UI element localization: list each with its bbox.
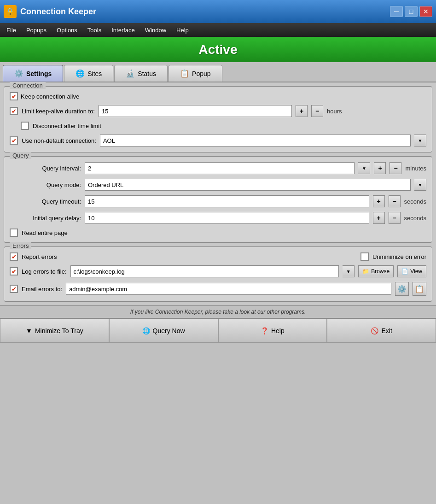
log-errors-label: Log errors to file: — [22, 268, 67, 275]
status-tab-icon: 🔬 — [126, 69, 135, 78]
menu-file[interactable]: File — [2, 25, 21, 35]
status-tab-label: Status — [138, 70, 156, 77]
exit-label: Exit — [381, 327, 392, 334]
tab-status[interactable]: 🔬 Status — [114, 65, 168, 82]
tabs: ⚙️ Settings 🌐 Sites 🔬 Status 📋 Popup — [0, 62, 436, 82]
limit-checkbox[interactable] — [10, 107, 18, 115]
query-timeout-label: Query timeout: — [10, 198, 81, 205]
query-interval-unit: minutes — [405, 165, 426, 172]
query-mode-dropdown-arrow[interactable]: ▼ — [414, 179, 426, 191]
query-interval-input[interactable] — [85, 162, 355, 174]
email-template-icon: 📋 — [415, 285, 424, 293]
log-errors-row: Log errors to file: ▼ 📁 Browse 📄 View — [10, 265, 426, 277]
read-page-label: Read entire page — [22, 229, 68, 236]
errors-group-title: Errors — [10, 242, 31, 249]
minimize-tray-button[interactable]: ▼ Minimize To Tray — [0, 319, 109, 343]
query-interval-row: Query interval: ▼ + − minutes — [10, 162, 426, 174]
email-template-button[interactable]: 📋 — [413, 282, 426, 296]
query-delay-minus-button[interactable]: − — [389, 212, 401, 224]
query-timeout-input[interactable] — [85, 195, 369, 207]
app-icon: 🔒 — [4, 5, 17, 18]
disconnect-label: Disconnect after time limit — [33, 123, 101, 129]
non-default-input[interactable] — [100, 135, 411, 147]
title-bar-controls: ─ □ ✕ — [390, 6, 432, 17]
footer-buttons: ▼ Minimize To Tray 🌐 Query Now ❓ Help 🚫 … — [0, 318, 436, 343]
email-settings-button[interactable]: ⚙️ — [395, 282, 409, 296]
close-button[interactable]: ✕ — [419, 6, 432, 17]
query-now-button[interactable]: 🌐 Query Now — [109, 319, 218, 343]
disconnect-checkbox[interactable] — [21, 122, 29, 130]
query-group-title: Query — [10, 152, 31, 159]
log-errors-checkbox[interactable] — [10, 267, 18, 275]
query-interval-minus-button[interactable]: − — [389, 162, 401, 174]
email-errors-label: Email errors to: — [22, 286, 62, 293]
non-default-row: Use non-default connection: ▼ — [10, 135, 426, 147]
query-mode-input[interactable] — [85, 179, 411, 191]
query-delay-plus-button[interactable]: + — [373, 212, 385, 224]
tab-settings[interactable]: ⚙️ Settings — [3, 65, 63, 82]
query-now-icon: 🌐 — [142, 327, 150, 334]
email-errors-row: Email errors to: ⚙️ 📋 — [10, 282, 426, 296]
limit-unit: hours — [327, 108, 342, 115]
limit-input[interactable]: 15 — [99, 105, 292, 117]
query-mode-label: Query mode: — [10, 182, 81, 188]
browse-button[interactable]: 📁 Browse — [358, 265, 394, 277]
keep-alive-checkbox[interactable] — [10, 92, 18, 100]
maximize-button[interactable]: □ — [405, 6, 418, 17]
help-label: Help — [271, 327, 285, 334]
query-timeout-plus-button[interactable]: + — [373, 195, 385, 207]
report-errors-label: Report errors — [22, 253, 357, 260]
minimize-button[interactable]: ─ — [390, 6, 403, 17]
gear-icon: ⚙️ — [397, 285, 407, 293]
query-interval-dropdown-arrow[interactable]: ▼ — [358, 162, 370, 174]
help-icon: ❓ — [261, 327, 268, 334]
limit-minus-button[interactable]: − — [311, 105, 323, 117]
report-errors-checkbox[interactable] — [10, 252, 18, 261]
footer-note-text: If you like Connection Keeper, please ta… — [130, 309, 306, 315]
keep-alive-checkbox-wrap[interactable]: Keep connection alive — [10, 92, 79, 100]
disconnect-row: Disconnect after time limit — [21, 122, 426, 130]
connection-group: Connection Keep connection alive Limit k… — [4, 86, 432, 152]
help-button[interactable]: ❓ Help — [218, 319, 327, 343]
query-timeout-minus-button[interactable]: − — [389, 195, 401, 207]
menu-options[interactable]: Options — [52, 25, 82, 35]
sites-tab-label: Sites — [87, 70, 102, 77]
exit-button[interactable]: 🚫 Exit — [327, 319, 436, 343]
query-delay-input[interactable] — [85, 212, 369, 224]
email-errors-checkbox[interactable] — [10, 285, 18, 293]
app-title: Connection Keeper — [20, 7, 96, 17]
menu-tools[interactable]: Tools — [83, 25, 106, 35]
limit-plus-button[interactable]: + — [296, 105, 308, 117]
view-button[interactable]: 📄 View — [397, 265, 426, 277]
read-page-checkbox[interactable] — [10, 229, 18, 237]
query-group: Query Query interval: ▼ + − minutes Quer… — [4, 156, 432, 243]
query-timeout-unit: seconds — [404, 198, 426, 205]
menu-interface[interactable]: Interface — [107, 25, 140, 35]
menu-popups[interactable]: Popups — [22, 25, 51, 35]
non-default-checkbox[interactable] — [10, 136, 18, 145]
title-bar-left: 🔒 Connection Keeper — [4, 5, 96, 18]
email-input[interactable] — [66, 283, 391, 295]
unminimize-checkbox[interactable] — [360, 252, 369, 261]
log-path-dropdown-arrow[interactable]: ▼ — [343, 265, 355, 277]
query-interval-label: Query interval: — [10, 165, 81, 172]
main-content: Connection Keep connection alive Limit k… — [0, 82, 436, 305]
query-interval-plus-button[interactable]: + — [374, 162, 386, 174]
log-path-input[interactable] — [70, 265, 339, 277]
errors-group: Errors Report errors Unminimize on error… — [4, 246, 432, 302]
keep-alive-row: Keep connection alive — [10, 92, 426, 100]
query-delay-label: Initial query delay: — [10, 215, 81, 222]
limit-row: Limit keep-alive duration to: 15 + − hou… — [10, 105, 426, 117]
non-default-dropdown-arrow[interactable]: ▼ — [414, 135, 426, 147]
query-delay-row: Initial query delay: + − seconds — [10, 212, 426, 224]
tab-sites[interactable]: 🌐 Sites — [64, 65, 113, 82]
non-default-label: Use non-default connection: — [22, 137, 96, 144]
settings-tab-icon: ⚙️ — [14, 69, 23, 78]
menu-help[interactable]: Help — [172, 25, 193, 35]
menu-window[interactable]: Window — [140, 25, 171, 35]
connection-group-title: Connection — [10, 82, 46, 89]
tab-popup[interactable]: 📋 Popup — [169, 65, 222, 82]
browse-icon: 📁 — [362, 268, 369, 275]
query-timeout-row: Query timeout: + − seconds — [10, 195, 426, 207]
view-icon: 📄 — [401, 268, 408, 275]
